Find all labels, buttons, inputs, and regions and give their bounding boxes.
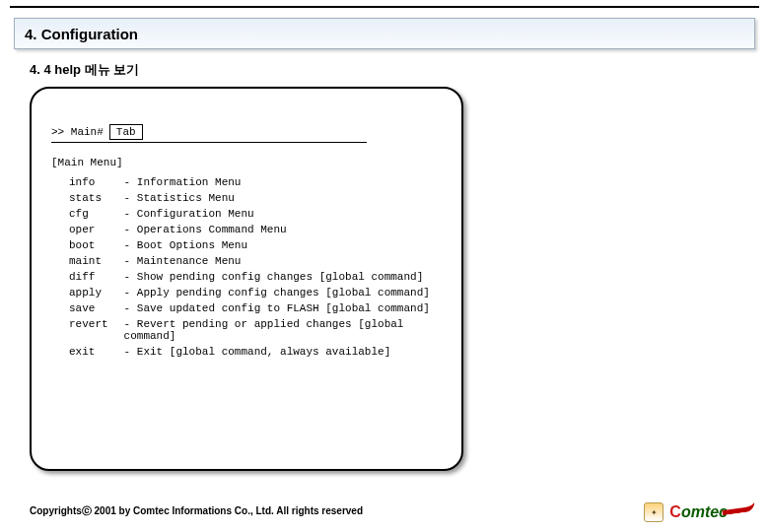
menu-row: exit- Exit [global command, always avail… (51, 344, 442, 360)
cert-badge-icon: ✦ (644, 502, 664, 522)
menu-cmd: cfg (51, 206, 124, 222)
menu-desc: - Operations Command Menu (124, 222, 442, 237)
menu-desc: - Save updated config to FLASH [global c… (124, 300, 442, 316)
menu-row: cfg- Configuration Menu (51, 206, 442, 222)
menu-desc: - Information Menu (124, 174, 442, 190)
menu-row: revert- Revert pending or applied change… (51, 316, 442, 344)
menu-cmd: diff (51, 269, 124, 285)
section-header: 4. Configuration (14, 18, 755, 49)
menu-row: maint- Maintenance Menu (51, 253, 442, 269)
menu-desc: - Statistics Menu (124, 190, 442, 206)
menu-row: save- Save updated config to FLASH [glob… (51, 300, 442, 316)
menu-row: info- Information Menu (51, 174, 442, 190)
menu-row: diff- Show pending config changes [globa… (51, 269, 442, 285)
prompt-text: >> Main# (51, 126, 104, 138)
menu-cmd: oper (51, 222, 124, 237)
menu-row: apply- Apply pending config changes [glo… (51, 285, 442, 300)
tab-key-box: Tab (109, 124, 143, 140)
menu-cmd: save (51, 300, 124, 316)
menu-cmd: revert (51, 316, 124, 344)
menu-desc: - Boot Options Menu (124, 237, 442, 253)
menu-cmd: exit (51, 344, 124, 360)
menu-desc: - Revert pending or applied changes [glo… (124, 316, 442, 344)
menu-title: [Main Menu] (51, 157, 442, 168)
logo-swoosh-icon (721, 501, 755, 516)
menu-row: stats- Statistics Menu (51, 190, 442, 206)
menu-desc: - Show pending config changes [global co… (124, 269, 442, 285)
menu-table: info- Information Menu stats- Statistics… (51, 174, 442, 360)
menu-row: boot- Boot Options Menu (51, 237, 442, 253)
top-rule (10, 6, 759, 8)
menu-desc: - Apply pending config changes [global c… (124, 285, 442, 300)
menu-desc: - Maintenance Menu (124, 253, 442, 269)
terminal-panel: >> Main# Tab [Main Menu] info- Informati… (30, 87, 463, 471)
logo-area: ✦ CComtecomtec (644, 502, 755, 522)
subsection-title: 4. 4 help 메뉴 보기 (30, 61, 139, 79)
menu-desc: - Exit [global command, always available… (124, 344, 442, 360)
menu-cmd: stats (51, 190, 124, 206)
prompt-row: >> Main# Tab (51, 124, 442, 140)
menu-cmd: boot (51, 237, 124, 253)
prompt-underline (51, 142, 367, 143)
section-title: 4. Configuration (25, 26, 138, 42)
menu-desc: - Configuration Menu (124, 206, 442, 222)
menu-row: oper- Operations Command Menu (51, 222, 442, 237)
copyright-footer: Copyrightsⓒ 2001 by Comtec Informations … (30, 504, 363, 518)
menu-cmd: apply (51, 285, 124, 300)
comtec-logo: CComtecomtec (669, 503, 755, 521)
menu-cmd: info (51, 174, 124, 190)
menu-cmd: maint (51, 253, 124, 269)
